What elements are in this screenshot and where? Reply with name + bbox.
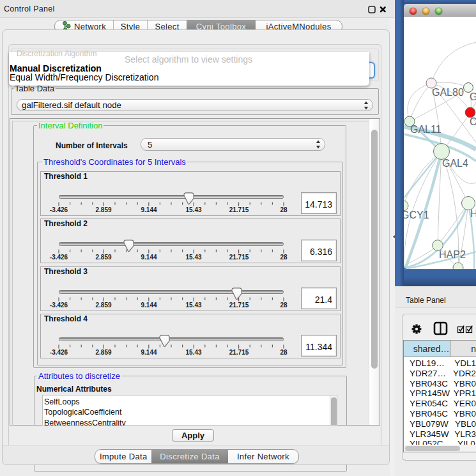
- svg-text:GAL80: GAL80: [432, 87, 464, 98]
- svg-text:HAP2: HAP2: [439, 249, 466, 260]
- svg-text:G: G: [470, 91, 476, 102]
- svg-text:GCY1: GCY1: [404, 210, 429, 220]
- svg-text:GAL4: GAL4: [442, 158, 468, 169]
- svg-text:GAL11: GAL11: [410, 124, 441, 135]
- svg-text:C: C: [470, 116, 476, 127]
- svg-text:H: H: [470, 208, 476, 219]
